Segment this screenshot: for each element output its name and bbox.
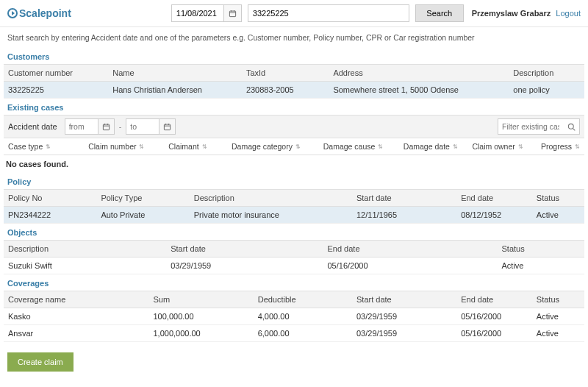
- objects-title: Objects: [0, 224, 588, 240]
- col-taxid[interactable]: TaxId: [242, 65, 329, 82]
- table-row[interactable]: PN2344222 Auto Private Private motor ins…: [4, 207, 584, 224]
- sort-icon: ⇅: [453, 143, 458, 150]
- accident-date-input[interactable]: [172, 5, 223, 21]
- policy-table: Policy No Policy Type Description Start …: [4, 189, 584, 224]
- cases-filter-bar: Accident date -: [4, 115, 584, 138]
- sort-icon: ⇅: [295, 143, 301, 150]
- col-cov-name[interactable]: Coverage name: [4, 291, 149, 308]
- svg-rect-4: [103, 124, 109, 130]
- topbar: Scalepoint Search Przemyslaw Grabarz Log…: [0, 0, 588, 27]
- col-address[interactable]: Address: [329, 65, 509, 82]
- col-policy-no[interactable]: Policy No: [4, 190, 96, 207]
- col-progress[interactable]: Progress⇅: [537, 138, 584, 155]
- col-cov-sum[interactable]: Sum: [149, 291, 254, 308]
- cases-columns: Case type⇅ Claim number⇅ Claimant⇅ Damag…: [4, 138, 584, 155]
- table-row[interactable]: Ansvar 1,000,000.00 6,000.00 03/29/1959 …: [4, 325, 584, 342]
- filter-cases-group: [498, 118, 580, 135]
- sort-icon: ⇅: [202, 143, 207, 150]
- col-policy-desc[interactable]: Description: [190, 190, 352, 207]
- coverages-table: Coverage name Sum Deductible Start date …: [4, 291, 584, 342]
- col-claim-number[interactable]: Claim number⇅: [84, 138, 164, 155]
- accident-date-search-group: [171, 4, 242, 22]
- svg-rect-8: [165, 124, 171, 130]
- sort-icon: ⇅: [46, 143, 51, 150]
- svg-rect-0: [229, 11, 235, 17]
- col-status[interactable]: Status: [532, 190, 584, 207]
- to-date-group: [126, 118, 176, 135]
- brand-logo[interactable]: Scalepoint: [7, 7, 71, 19]
- no-cases-text: No cases found.: [0, 155, 588, 173]
- customers-title: Customers: [0, 48, 588, 64]
- calendar-icon[interactable]: [159, 119, 175, 134]
- col-cov-start[interactable]: Start date: [352, 291, 456, 308]
- sort-icon: ⇅: [518, 143, 523, 150]
- col-end-date[interactable]: End date: [456, 190, 532, 207]
- col-obj-status[interactable]: Status: [497, 241, 584, 258]
- col-description[interactable]: Description: [509, 65, 584, 82]
- col-cov-status[interactable]: Status: [532, 291, 584, 308]
- col-customer-number[interactable]: Customer number: [4, 65, 108, 82]
- date-range-separator: -: [119, 122, 122, 131]
- col-obj-start[interactable]: Start date: [166, 241, 323, 258]
- col-damage-category[interactable]: Damage category⇅: [227, 138, 319, 155]
- calendar-icon[interactable]: [223, 5, 241, 21]
- table-row[interactable]: Suzuki Swift 03/29/1959 05/16/2000 Activ…: [4, 258, 584, 274]
- search-query-input[interactable]: [248, 4, 409, 22]
- from-date-input[interactable]: [65, 119, 98, 134]
- col-claim-owner[interactable]: Claim owner⇅: [467, 138, 537, 155]
- col-claimant[interactable]: Claimant⇅: [164, 138, 227, 155]
- sort-icon: ⇅: [139, 143, 144, 150]
- play-circle-icon: [7, 8, 18, 18]
- user-name: Przemyslaw Grabarz: [472, 9, 551, 18]
- search-icon[interactable]: [563, 119, 579, 134]
- col-cov-end[interactable]: End date: [456, 291, 532, 308]
- col-cov-deductible[interactable]: Deductible: [254, 291, 352, 308]
- to-date-input[interactable]: [126, 119, 159, 134]
- svg-line-13: [573, 128, 575, 130]
- accident-date-label: Accident date: [8, 122, 60, 131]
- col-case-type[interactable]: Case type⇅: [4, 138, 84, 155]
- calendar-icon[interactable]: [98, 119, 114, 134]
- filter-cases-input[interactable]: [498, 119, 563, 134]
- user-area: Przemyslaw Grabarz Logout: [472, 9, 581, 18]
- table-row[interactable]: Kasko 100,000.00 4,000.00 03/29/1959 05/…: [4, 308, 584, 325]
- col-damage-cause[interactable]: Damage cause⇅: [319, 138, 399, 155]
- create-claim-button[interactable]: Create claim: [7, 352, 74, 372]
- search-hint: Start search by entering Accident date a…: [0, 27, 588, 48]
- from-date-group: [65, 118, 115, 135]
- policy-title: Policy: [0, 173, 588, 189]
- customers-table: Customer number Name TaxId Address Descr…: [4, 64, 584, 99]
- coverages-title: Coverages: [0, 274, 588, 291]
- col-policy-type[interactable]: Policy Type: [96, 190, 189, 207]
- col-damage-date[interactable]: Damage date⇅: [399, 138, 468, 155]
- col-obj-end[interactable]: End date: [323, 241, 497, 258]
- col-obj-desc[interactable]: Description: [4, 241, 166, 258]
- objects-table: Description Start date End date Status S…: [4, 240, 584, 274]
- col-start-date[interactable]: Start date: [352, 190, 456, 207]
- cases-title: Existing cases: [0, 99, 588, 115]
- col-name[interactable]: Name: [108, 65, 242, 82]
- brand-text: Scalepoint: [19, 7, 71, 19]
- search-button[interactable]: Search: [415, 4, 464, 22]
- svg-point-12: [568, 124, 573, 129]
- sort-icon: ⇅: [378, 143, 383, 150]
- logout-link[interactable]: Logout: [556, 9, 581, 18]
- table-row[interactable]: 33225225 Hans Christian Andersen 230883-…: [4, 82, 584, 99]
- sort-icon: ⇅: [575, 143, 580, 150]
